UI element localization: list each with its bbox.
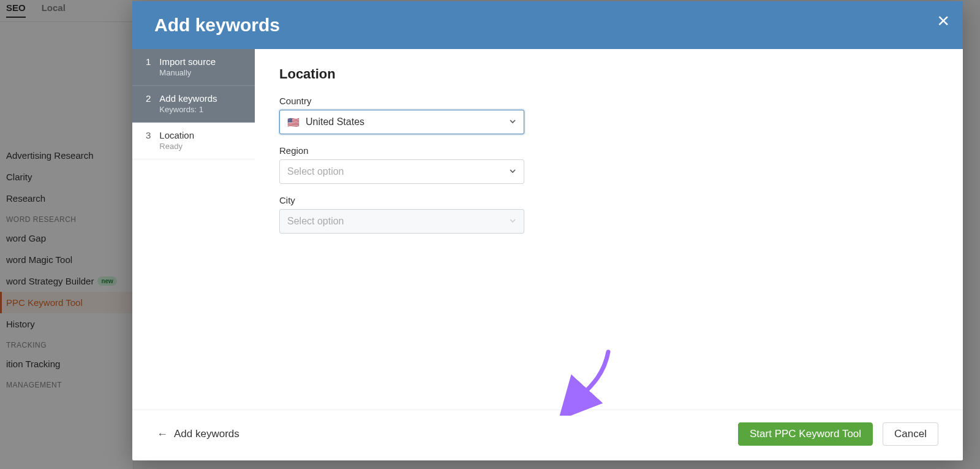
city-select[interactable]: Select option <box>279 209 524 234</box>
form-heading: Location <box>279 66 938 82</box>
step-add-keywords[interactable]: 2 Add keywords Keywords: 1 <box>132 86 255 123</box>
country-select[interactable]: 🇺🇸 United States <box>279 110 524 134</box>
arrow-left-icon: ← <box>157 429 168 440</box>
step-import-source[interactable]: 1 Import source Manually <box>132 49 255 86</box>
back-button[interactable]: ← Add keywords <box>157 428 239 440</box>
step-title: Add keywords <box>159 93 217 105</box>
step-subtitle: Manually <box>159 68 216 78</box>
modal-header: Add keywords × <box>132 1 963 49</box>
chevron-down-icon <box>509 216 516 227</box>
modal-title: Add keywords <box>154 15 280 35</box>
step-title: Location <box>159 130 194 142</box>
step-number: 1 <box>146 56 151 78</box>
start-ppc-keyword-tool-button[interactable]: Start PPC Keyword Tool <box>738 422 873 446</box>
us-flag-icon: 🇺🇸 <box>287 116 300 128</box>
back-label: Add keywords <box>174 428 239 440</box>
step-number: 2 <box>146 93 151 115</box>
step-number: 3 <box>146 130 151 151</box>
region-select[interactable]: Select option <box>279 159 524 184</box>
city-placeholder: Select option <box>287 216 344 227</box>
country-value: United States <box>306 116 364 128</box>
wizard-steps: 1 Import source Manually 2 Add keywords … <box>132 49 255 410</box>
chevron-down-icon <box>509 116 516 128</box>
add-keywords-modal: Add keywords × 1 Import source Manually … <box>132 1 963 460</box>
region-label: Region <box>279 145 938 156</box>
chevron-down-icon <box>509 166 516 177</box>
location-form: Location Country 🇺🇸 United States Region… <box>255 49 963 410</box>
step-title: Import source <box>159 56 216 68</box>
step-subtitle: Keywords: 1 <box>159 105 217 115</box>
city-label: City <box>279 195 938 205</box>
cancel-button[interactable]: Cancel <box>883 422 938 446</box>
country-label: Country <box>279 96 938 106</box>
modal-footer: ← Add keywords Start PPC Keyword Tool Ca… <box>132 410 963 460</box>
step-location[interactable]: 3 Location Ready <box>132 123 255 159</box>
region-placeholder: Select option <box>287 166 344 177</box>
close-icon[interactable]: × <box>937 10 949 31</box>
step-subtitle: Ready <box>159 142 194 151</box>
